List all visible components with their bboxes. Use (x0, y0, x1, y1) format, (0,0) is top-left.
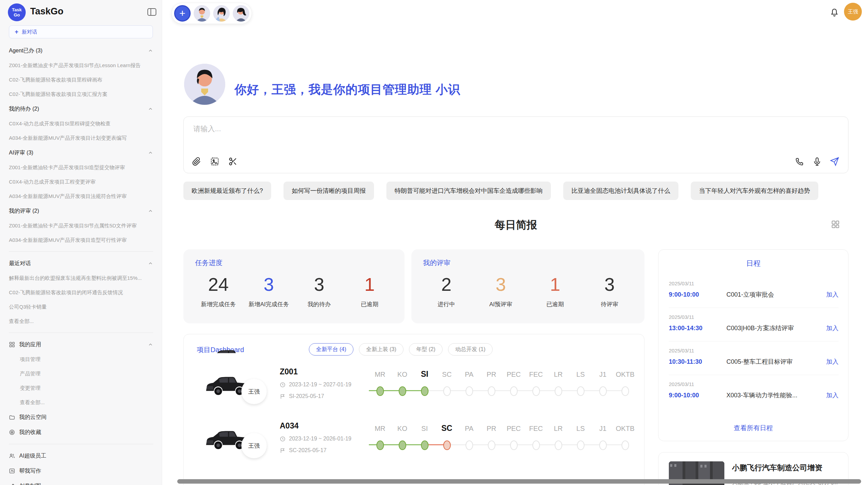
sidebar-item[interactable]: C02-飞腾新能源轻客改款项目立项汇报方案 (9, 87, 153, 101)
app-item[interactable]: 项目管理 (9, 352, 153, 366)
milestone-label: SC (436, 371, 458, 378)
sidebar-group-title: 我的待办 (2) (9, 105, 39, 113)
cloud-space-label: 我的云空间 (19, 414, 47, 421)
stat-label: 待评审 (589, 300, 630, 308)
milestone-track: MR KO SI SC (369, 361, 636, 415)
milestone-label: SC (436, 424, 458, 433)
sidebar-item-creative-draw[interactable]: 创意制图 (9, 478, 153, 485)
my-apps-view-all[interactable]: 查看全部... (9, 395, 153, 410)
recent-chat-item[interactable]: 解释最新出台的欧盟报废车法规再生塑料比例被调至15%... (9, 271, 153, 285)
agent-avatar-2[interactable] (213, 5, 230, 22)
scissors-icon[interactable] (228, 157, 238, 166)
event-join-link[interactable]: 加入 (826, 391, 839, 399)
sidebar-item-favorites[interactable]: 我的收藏 (9, 425, 153, 440)
clock-icon (280, 436, 286, 442)
sidebar-item[interactable]: C0X4-动力总成开发项目工程变更评审 (9, 175, 153, 189)
sidebar-item[interactable]: Z001-全新燃油皮卡产品开发项目SI节点Lesson Learn报告 (9, 58, 153, 73)
agent-avatar-3[interactable] (233, 5, 249, 22)
sidebar-group: Agent已办 (3) Z001-全新燃油皮卡产品开发项目SI节点Lesson … (9, 43, 153, 101)
chat-input-card (183, 116, 848, 173)
phone-icon[interactable] (795, 157, 804, 166)
sidebar-item[interactable]: C02-飞腾新能源轻客改款项目里程碑画布 (9, 73, 153, 87)
chat-input[interactable] (193, 124, 743, 133)
stat-value: 3 (299, 273, 340, 296)
milestone-label: LR (547, 425, 569, 433)
app-item[interactable]: 变更管理 (9, 381, 153, 395)
schedule-event: 2025/03/11 10:30-11:30 C005-整车工程目标评审 加入 (669, 341, 839, 375)
event-join-link[interactable]: 加入 (826, 324, 839, 332)
send-icon[interactable] (830, 157, 839, 166)
recent-chat-item[interactable]: C02-飞腾新能源轻客改款项目的闭环通告反馈情况 (9, 285, 153, 300)
schedule-event: 2025/03/11 9:00-10:00 X003-车辆动力学性能验... 加… (669, 375, 839, 408)
project-flag-milestone: SI-2025-05-17 (280, 393, 324, 399)
project-date-range: 2023-12-19 ~ 2027-01-19 (289, 382, 351, 388)
my-apps-header[interactable]: 我的应用 (9, 337, 153, 352)
project-row[interactable]: 王强 A034 2023-12-19 ~ 2026-01-19 SC-2025-… (184, 415, 644, 469)
suggestion-chip[interactable]: 比亚迪全固态电池计划具体说了什么 (563, 182, 678, 200)
milestone-dot (510, 386, 518, 396)
horizontal-scrollbar[interactable] (177, 479, 861, 484)
milestone-label: FEC (525, 371, 547, 378)
sidebar-item[interactable]: Z001-全新燃油轻卡产品开发项目SI造型提交物评审 (9, 160, 153, 175)
add-agent-button[interactable]: + (174, 5, 191, 22)
recent-chats-header[interactable]: 最近对话 (9, 256, 153, 271)
milestone-dot (399, 440, 406, 450)
chevron-up-icon (148, 208, 153, 214)
milestone: MR (369, 361, 391, 406)
milestone: OKTB (614, 361, 636, 406)
milestone-label: SI (413, 370, 436, 379)
suggestion-chip[interactable]: 特朗普可能对进口汽车增税会对中国车企造成哪些影响 (386, 182, 551, 200)
sidebar-group-header[interactable]: 我的待办 (2) (9, 101, 153, 116)
sidebar-item[interactable]: A034-全新新能源MUV产品开发项目造型可行性评审 (9, 233, 153, 247)
event-title: C001-立项审批会 (726, 290, 826, 299)
sidebar-item-cloud-space[interactable]: 我的云空间 (9, 410, 153, 425)
user-name: 王强 (848, 9, 858, 15)
sidebar-item[interactable]: A034-全新新能源MUV产品开发项目法规符合性评审 (9, 189, 153, 203)
sidebar-item-help-write[interactable]: 帮我写作 (9, 463, 153, 478)
suggestion-chip[interactable]: 如何写一份清晰的项目周报 (284, 182, 374, 200)
milestone-dot (488, 386, 495, 396)
milestone: J1 (592, 415, 614, 460)
recent-chat-item[interactable]: 公司Q3轻卡销量 (9, 300, 153, 314)
sidebar-item-ai-staff[interactable]: AI超级员工 (9, 448, 153, 463)
sidebar-item[interactable]: A034-全新新能源MUV产品开发项目计划变更表编写 (9, 131, 153, 145)
milestone: SC (436, 361, 458, 406)
sidebar-item[interactable]: C0X4-动力总成开发项目SI里程碑提交物检查 (9, 116, 153, 131)
sidebar-collapse-icon[interactable] (147, 8, 156, 16)
project-code: A034 (280, 421, 299, 431)
new-chat-button[interactable]: + 新对话 (9, 25, 153, 38)
news-title: 小鹏飞行汽车制造公司增资 (732, 463, 842, 473)
microphone-icon[interactable] (812, 157, 822, 166)
pen-icon (9, 483, 15, 485)
milestone-dot (399, 386, 406, 396)
app-item[interactable]: 产品管理 (9, 366, 153, 381)
sidebar-group-header[interactable]: Agent已办 (3) (9, 43, 153, 58)
suggestion-chip[interactable]: 当下年轻人对汽车外观有怎样的喜好趋势 (691, 182, 818, 200)
project-flag-label: SC-2025-05-17 (289, 447, 326, 453)
user-avatar[interactable]: 王强 (844, 3, 862, 21)
daily-brief-title: 每日简报 (183, 218, 848, 232)
event-join-link[interactable]: 加入 (826, 290, 839, 299)
milestone-label: PA (458, 371, 480, 378)
sidebar-item[interactable]: Z001-全新燃油轻卡产品开发项目SI节点属性5D文件评审 (9, 219, 153, 233)
project-row[interactable]: 王强 Z001 2023-12-19 ~ 2027-01-19 SI-2025-… (184, 361, 644, 415)
sidebar-group-header[interactable]: AI评审 (3) (9, 145, 153, 160)
sidebar: Task Go TaskGo + 新对话 Agent已办 (3) Z001-全新… (0, 0, 162, 485)
image-icon[interactable] (210, 157, 219, 166)
milestone-dot (577, 440, 584, 450)
milestone: MR (369, 415, 391, 460)
milestone: J1 (592, 361, 614, 406)
schedule-view-all-link[interactable]: 查看所有日程 (659, 424, 848, 433)
recent-chats-view-all[interactable]: 查看全部... (9, 314, 153, 328)
milestone-label: LS (569, 371, 592, 378)
notification-bell-icon[interactable] (830, 8, 839, 18)
layout-grid-icon[interactable] (831, 220, 840, 229)
event-join-link[interactable]: 加入 (826, 358, 839, 366)
assistant-avatar (184, 64, 225, 105)
milestone-dot (466, 440, 473, 450)
stat: 3 我的待办 (299, 273, 340, 308)
sidebar-group-header[interactable]: 我的评审 (2) (9, 203, 153, 219)
agent-avatar-1[interactable] (194, 5, 210, 22)
attachment-icon[interactable] (192, 157, 201, 166)
suggestion-chip[interactable]: 欧洲新规最近颁布了什么? (183, 182, 271, 200)
